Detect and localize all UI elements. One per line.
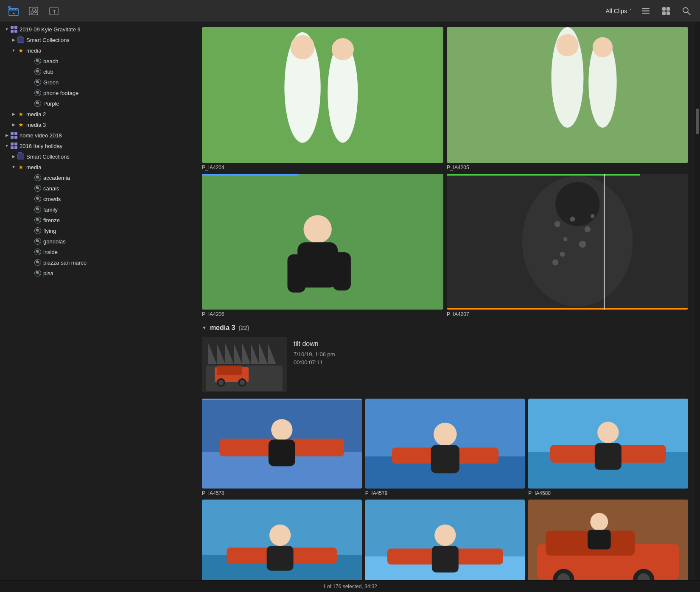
smart-col-2-toggle[interactable] [10,153,17,160]
kw-gondolas[interactable]: 🔍 gondolas [2,236,193,246]
clip-ia4207[interactable]: P_IA4207 [447,174,688,317]
thumb-ia4207[interactable] [447,174,688,310]
smart-collections-2[interactable]: Smart Collections [2,151,193,162]
clip-ia4580-label: P_IA4580 [528,490,688,496]
clip-ia4581[interactable]: P_IA4581 [202,500,362,580]
media-toggle[interactable] [10,47,17,54]
kw-firenze-label: firenze [43,217,60,223]
kw-accademia[interactable]: 🔍 accademia [2,173,193,183]
media3-clip-date: 7/10/19, 1:06 pm [294,351,335,357]
svg-point-79 [597,422,619,443]
media2-toggle[interactable] [10,111,17,117]
clip-ia4580[interactable]: P_IA4580 [528,399,688,496]
search-icon[interactable] [680,4,693,18]
svg-point-98 [591,513,608,531]
thumb-ia4582[interactable] [365,500,525,580]
svg-point-47 [560,252,565,257]
music-icon[interactable] [27,4,41,18]
svg-point-65 [240,380,245,385]
kw-flying[interactable]: 🔍 flying [2,226,193,236]
smart-collections-1[interactable]: Smart Collections [2,35,193,45]
kw-canals[interactable]: 🔍 canals [2,183,193,193]
library-kyle-toggle[interactable] [3,26,10,33]
kw-canals-label: canals [43,185,59,192]
clip-ia4579-label: P_IA4579 [365,490,525,496]
media3-arrow[interactable]: ▼ [202,325,207,330]
kw-pisa-label: pisa [43,270,53,276]
chevron-up-icon: ⌃ [629,8,632,13]
kw-family[interactable]: 🔍 family [2,204,193,215]
home-video-library[interactable]: home video 2018 [2,130,193,140]
kw-inside[interactable]: 🔍 inside [2,247,193,257]
media-event[interactable]: ★ media [2,45,193,56]
media3-count: (22) [238,324,249,331]
clip-ia4579[interactable]: P_IA4579 [365,399,525,496]
svg-rect-75 [431,445,459,473]
library-italy-label: 2016 Italy holiday [20,143,62,149]
list-view-icon[interactable] [639,4,652,18]
svg-point-89 [434,525,456,546]
thumb-ia4580[interactable] [528,399,688,489]
media-italy-star-icon: ★ [17,163,25,171]
clip-ia4582[interactable]: P_IA4582 [365,500,525,580]
all-clips-button[interactable]: All Clips ⌃ [605,8,632,14]
media3-event[interactable]: ★ media 3 [2,120,193,130]
content-area[interactable]: P_IA4204 P_IA4205 [195,22,695,580]
thumb-ia4578[interactable] [202,399,362,489]
clip-ia4578[interactable]: P_IA4578 [202,399,362,496]
kw-firenze[interactable]: 🔍 firenze [2,215,193,225]
thumb-ia4583[interactable] [528,500,688,580]
text-icon[interactable]: T [48,4,61,18]
smart-folder-1-icon [17,36,25,44]
kw-beach[interactable]: 🔍 beach [2,56,193,66]
thumb-ia4579[interactable] [365,399,525,489]
kw-piazza[interactable]: 🔍 piazza san marco [2,257,193,268]
clip-ia4205[interactable]: P_IA4205 [447,27,688,170]
clip-ia4204[interactable]: P_IA4204 [202,27,443,170]
clip-ia4583[interactable]: P_IA4583 [528,500,688,580]
svg-point-43 [570,217,575,222]
svg-point-35 [303,215,331,243]
sidebar: 2019-09 Kyle Gravitate 9 Smart Collectio… [0,22,195,580]
kw-club-label: club [43,69,53,75]
media3-detail-thumb[interactable] [202,337,287,392]
kw-piazza-label: piazza san marco [43,260,87,266]
media-label: media [26,47,41,54]
media2-event[interactable]: ★ media 2 [2,109,193,119]
kw-crowds-label: crowds [43,196,61,202]
kw-phone-footage[interactable]: 🔍 phone footage [2,88,193,98]
clip-ia4206[interactable]: P_IA4206 [202,174,443,317]
green-bar-ia4207 [447,174,640,176]
keyword-crowds-icon: 🔍 [34,195,42,203]
orange-bar-ia4207 [447,308,688,310]
scrollbar-track[interactable] [695,22,700,580]
svg-point-28 [332,38,354,60]
library-italy[interactable]: 2016 Italy holiday [2,141,193,151]
thumb-ia4206[interactable] [202,174,443,310]
kw-crowds[interactable]: 🔍 crowds [2,194,193,204]
svg-point-74 [434,423,457,446]
keyword-purple-icon: 🔍 [34,100,42,107]
library-italy-toggle[interactable] [3,142,10,149]
home-video-grid-icon [10,131,18,139]
grid-view-icon[interactable] [659,4,673,18]
media-italy-toggle[interactable] [10,164,17,170]
kw-club[interactable]: 🔍 club [2,67,193,77]
media-italy-event[interactable]: ★ media [2,162,193,172]
thumb-ia4205[interactable] [447,27,688,163]
home-video-toggle[interactable] [3,132,10,139]
kw-green[interactable]: 🔍 Green [2,77,193,87]
thumb-ia4581[interactable] [202,500,362,580]
svg-rect-61 [217,366,242,375]
kw-purple[interactable]: 🔍 Purple [2,98,193,109]
svg-rect-80 [595,443,622,470]
smart-col-1-toggle[interactable] [10,36,17,43]
kw-pisa[interactable]: 🔍 pisa [2,268,193,278]
media3-info: tilt down 7/10/19, 1:06 pm 00:00:07:11 [294,337,335,366]
media3-toggle[interactable] [10,121,17,128]
scrollbar-thumb[interactable] [696,109,699,134]
library-kyle[interactable]: 2019-09 Kyle Gravitate 9 [2,24,193,34]
clapboard-icon[interactable]: ★ [7,4,20,18]
smart-col-2-label: Smart Collections [26,154,70,160]
thumb-ia4204[interactable] [202,27,443,163]
